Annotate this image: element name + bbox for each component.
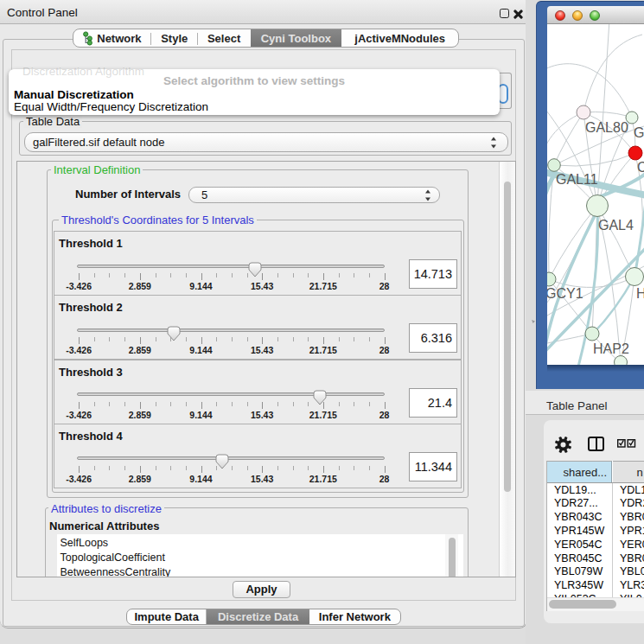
svg-text:GAL4: GAL4: [598, 218, 634, 233]
svg-text:GAL11: GAL11: [556, 172, 598, 187]
svg-text:GAL80: GAL80: [585, 120, 628, 135]
svg-text:GCY1: GCY1: [547, 286, 583, 301]
svg-text:H: H: [636, 286, 644, 301]
svg-text:HAP2: HAP2: [593, 341, 629, 356]
svg-text:GA: GA: [634, 125, 644, 140]
svg-text:C: C: [637, 160, 644, 175]
